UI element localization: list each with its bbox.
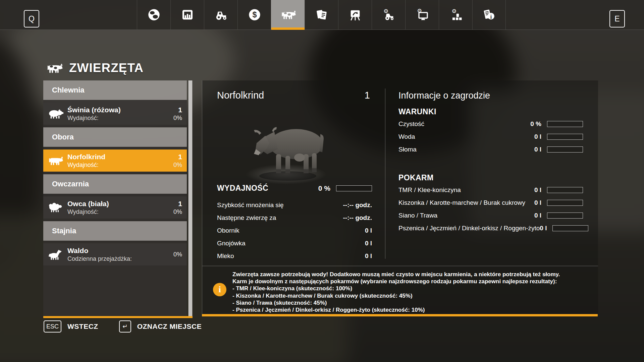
condition-row-straw: Słoma 0 l [398, 146, 583, 153]
horse-icon [43, 249, 67, 260]
tab-vehicles[interactable] [204, 0, 237, 29]
animal-count: 1 [173, 153, 182, 161]
animal-name: Owca (biała) [67, 199, 173, 208]
stat-row-milk: Mleko 0 l [217, 252, 372, 260]
sheep-icon [43, 202, 67, 213]
prev-tab-keycap[interactable]: Q [24, 10, 39, 27]
mark-place-button[interactable]: OZNACZ MIEJSCE [137, 322, 202, 330]
animal-count: 1 [173, 106, 182, 114]
straw-meter [547, 146, 583, 153]
tab-production[interactable] [338, 0, 372, 29]
contracts-icon [315, 8, 328, 21]
group-header-stajnia: Stajnia [43, 221, 187, 241]
tab-game-settings[interactable]: ⚙ [439, 0, 472, 29]
tab-map[interactable] [137, 0, 170, 29]
list-item-waldo[interactable]: Waldo Codzienna przejażdżka: 0% [43, 243, 187, 265]
animal-stat-label: Wydajność: [67, 114, 173, 122]
dollar-coin-icon: $ [248, 8, 261, 21]
scrollbar-thumb[interactable] [189, 80, 192, 316]
cow-icon [43, 155, 67, 166]
monitor-gear-icon: ⚙ [416, 8, 429, 21]
food-row-hay: Siano / Trawa 0 l [398, 212, 583, 219]
animal-count: 1 [173, 199, 182, 208]
svg-text:$: $ [252, 10, 257, 19]
sidebar-accent-underline [43, 316, 193, 318]
animal-stat-value: 0% [173, 114, 182, 122]
silage-meter [547, 200, 583, 206]
group-header-obora: Obora [43, 127, 187, 147]
menu-tab-strip: $ [137, 0, 506, 29]
blocks-gear-icon: ⚙ [449, 8, 463, 21]
svg-text:⚙: ⚙ [451, 8, 457, 14]
stat-row-slurry: Gnojówka 0 l [217, 240, 372, 247]
food-title: POKARM [398, 173, 434, 182]
animal-name: Norfolkrind [67, 153, 173, 161]
column-divider [385, 88, 385, 259]
page-title: ZWIERZĘTA [45, 61, 144, 75]
list-item-norfolkrind[interactable]: Norfolkrind Wydajność: 1 0% [43, 149, 187, 172]
cow-icon [45, 62, 64, 74]
esc-keycap[interactable]: ESC [44, 320, 61, 333]
list-scrollbar[interactable] [188, 80, 193, 316]
stat-row-manure: Obornik 0 l [217, 227, 372, 234]
tractor-gear-icon: ⚙ [381, 8, 396, 21]
animal-name: Świnia (różowa) [67, 106, 173, 114]
animal-stat-value: 0% [173, 161, 182, 169]
group-header-chlewnia: Chlewnia [43, 80, 187, 100]
page-title-label: ZWIERZĘTA [69, 61, 144, 75]
pig-icon [43, 108, 67, 119]
productivity-title: WYDAJNOŚĆ [217, 184, 318, 193]
animal-stat-value: 0% [173, 251, 182, 258]
detail-animal-count: 1 [365, 90, 370, 101]
animals-menu-screen: Q E [0, 0, 644, 362]
food-row-grain: Pszenica / Jęczmień / Dinkel-orkisz / Ro… [398, 225, 583, 232]
info-box-text: Zwierzęta zawsze potrzebują wody! Dodatk… [232, 271, 591, 313]
food-row-silage: Kiszonka / Karotte-marchew / Burak cukro… [398, 199, 583, 206]
tab-garage[interactable]: ⚙ [372, 0, 405, 29]
documents-info-icon: i [482, 8, 496, 21]
detail-animal-name: Norfolkrind [217, 90, 264, 101]
water-meter [547, 134, 583, 140]
svg-text:i: i [490, 13, 492, 20]
stat-row-next-animal: Następne zwierzę za --:-- godz. [217, 214, 372, 222]
tab-animals[interactable] [271, 0, 305, 29]
next-tab-key-label: E [614, 14, 620, 23]
productivity-value: 0 % [318, 184, 330, 192]
enter-keycap[interactable]: ↵ [119, 320, 131, 333]
info-icon: i [213, 283, 226, 296]
list-item-owca[interactable]: Owca (biała) Wydajność: 1 0% [43, 196, 187, 219]
tab-finances[interactable]: $ [237, 0, 271, 29]
tmr-meter [547, 187, 583, 193]
list-item-swinia[interactable]: Świnia (różowa) Wydajność: 1 0% [43, 103, 187, 125]
productivity-header-row: WYDAJNOŚĆ 0 % [217, 184, 372, 193]
back-button[interactable]: WSTECZ [67, 322, 98, 330]
condition-row-water: Woda 0 l [398, 133, 583, 140]
animal-stat-value: 0% [173, 208, 182, 216]
animal-list: Chlewnia Świnia (różowa) Wydajność: [43, 80, 187, 316]
tab-help[interactable]: i [472, 0, 506, 29]
cow-3d-render [243, 116, 343, 187]
grain-meter [552, 225, 588, 231]
animal-name: Waldo [67, 246, 173, 255]
globe-icon [147, 8, 161, 21]
cleanliness-meter [547, 121, 583, 127]
tractor-icon [214, 8, 228, 21]
cow-icon [279, 9, 297, 20]
animal-detail-panel: Norfolkrind 1 [202, 80, 598, 314]
group-header-owczarnia: Owczarnia [43, 174, 187, 194]
animal-stat-label: Wydajność: [67, 161, 173, 169]
footer-hints: ESC WSTECZ ↵ OZNACZ MIEJSCE [44, 320, 216, 333]
food-row-tmr: TMR / Klee-koniczyna 0 l [398, 186, 583, 194]
hay-meter [547, 213, 583, 219]
tab-contracts[interactable] [305, 0, 338, 29]
next-tab-keycap[interactable]: E [609, 10, 625, 27]
prev-tab-key-label: Q [29, 14, 35, 23]
tab-general-settings[interactable]: ⚙ [405, 0, 439, 29]
animal-stat-label: Wydajność: [67, 208, 173, 216]
svg-text:⚙: ⚙ [383, 8, 388, 14]
conditions-title: WARUNKI [398, 107, 436, 116]
stat-row-reproduction-rate: Szybkość mnożenia się --:-- godz. [217, 201, 372, 209]
condition-row-cleanliness: Czystość 0 % [398, 120, 583, 128]
tab-statistics[interactable] [170, 0, 204, 29]
panel-accent-underline [202, 314, 598, 316]
